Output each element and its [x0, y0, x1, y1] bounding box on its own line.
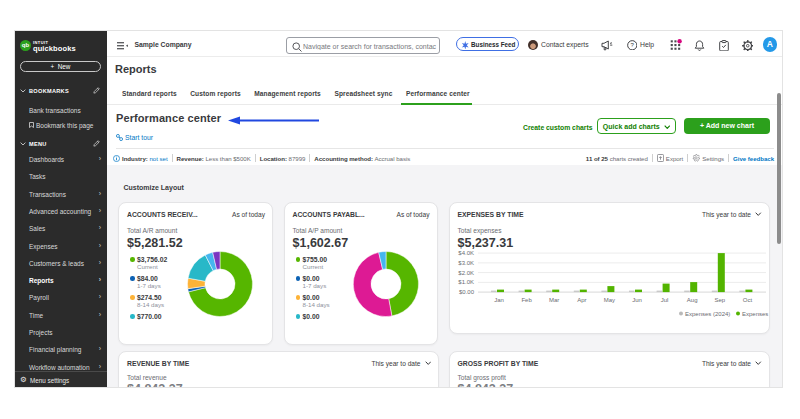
svg-text:Oct: Oct [742, 296, 752, 302]
svg-text:Mar: Mar [549, 296, 559, 302]
svg-text:Jul: Jul [660, 296, 668, 302]
svg-text:Expenses (2024): Expenses (2024) [685, 311, 730, 317]
svg-text:Jan: Jan [494, 296, 504, 302]
svg-text:Feb: Feb [521, 296, 532, 302]
svg-text:$4.0K: $4.0K [458, 250, 474, 256]
svg-text:May: May [603, 296, 614, 302]
svg-text:$1.0K: $1.0K [458, 279, 474, 285]
svg-text:Expenses: Expenses [742, 311, 768, 317]
svg-text:$3.0K: $3.0K [458, 259, 474, 265]
svg-text:Sep: Sep [714, 296, 725, 302]
svg-text:$2.0K: $2.0K [458, 269, 474, 275]
svg-text:?: ? [630, 42, 634, 48]
svg-text:Apr: Apr [577, 296, 586, 302]
svg-text:Jun: Jun [632, 296, 642, 302]
svg-text:$0.00: $0.00 [458, 289, 474, 295]
svg-text:Aug: Aug [686, 296, 697, 302]
